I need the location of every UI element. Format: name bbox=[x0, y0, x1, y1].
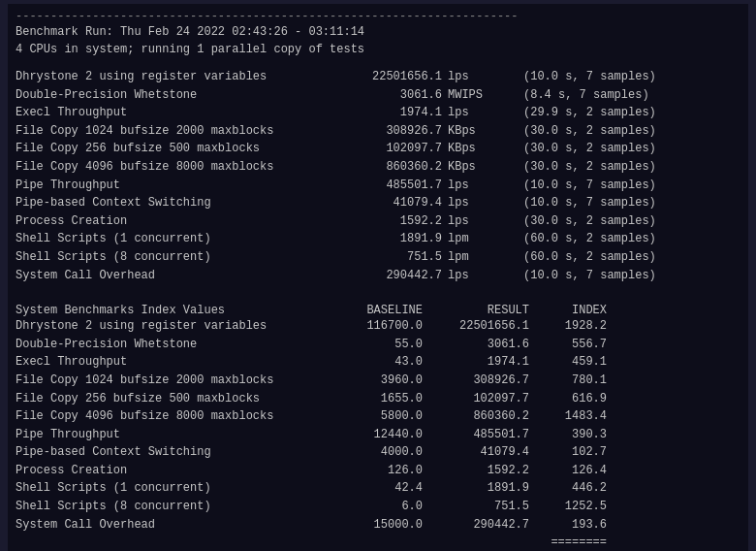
bench-row: Shell Scripts (1 concurrent) 1891.9 lpm … bbox=[16, 230, 740, 248]
bench-extra: (30.0 s, 2 samples) bbox=[520, 212, 656, 231]
index-row: File Copy 4096 bufsize 8000 maxblocks 58… bbox=[16, 407, 740, 426]
header-line1: Benchmark Run: Thu Feb 24 2022 02:43:26 … bbox=[16, 23, 740, 41]
idx-row-baseline: 5800.0 bbox=[326, 407, 423, 426]
bench-name: System Call Overhead bbox=[16, 267, 326, 285]
bench-row: Process Creation 1592.2 lps (30.0 s, 2 s… bbox=[16, 212, 740, 231]
bench-value: 1592.2 bbox=[326, 212, 442, 231]
bench-value: 1891.9 bbox=[326, 230, 442, 248]
bench-name: Process Creation bbox=[16, 212, 326, 231]
bench-unit: lps bbox=[442, 104, 520, 122]
index-row: File Copy 1024 bufsize 2000 maxblocks 39… bbox=[16, 372, 740, 390]
idx-row-index: 1252.5 bbox=[529, 498, 607, 516]
bench-extra: (60.0 s, 2 samples) bbox=[520, 248, 656, 267]
bench-unit: KBps bbox=[442, 122, 520, 141]
bench-row: Double-Precision Whetstone 3061.6 MWIPS … bbox=[16, 86, 740, 105]
bench-extra: (8.4 s, 7 samples) bbox=[520, 86, 649, 105]
index-row: System Call Overhead 15000.0 290442.7 19… bbox=[16, 516, 740, 535]
bench-extra: (60.0 s, 2 samples) bbox=[520, 230, 656, 248]
idx-row-result: 41079.4 bbox=[423, 443, 529, 462]
bench-name: File Copy 1024 bufsize 2000 maxblocks bbox=[16, 122, 326, 141]
bench-row: File Copy 1024 bufsize 2000 maxblocks 30… bbox=[16, 122, 740, 141]
equals-row: ======== bbox=[16, 534, 740, 551]
bench-name: File Copy 256 bufsize 500 maxblocks bbox=[16, 140, 326, 158]
index-row: Pipe-based Context Switching 4000.0 4107… bbox=[16, 443, 740, 462]
idx-row-result: 1592.2 bbox=[423, 462, 529, 480]
bench-unit: lps bbox=[442, 177, 520, 195]
idx-row-index: 193.6 bbox=[529, 516, 607, 535]
idx-row-name: Execl Throughput bbox=[16, 353, 326, 372]
bench-extra: (30.0 s, 2 samples) bbox=[520, 122, 656, 141]
index-row: Execl Throughput 43.0 1974.1 459.1 bbox=[16, 353, 740, 372]
idx-col-baseline: BASELINE bbox=[326, 304, 423, 317]
bench-row: Dhrystone 2 using register variables 225… bbox=[16, 68, 740, 86]
bench-extra: (29.9 s, 2 samples) bbox=[520, 104, 656, 122]
idx-row-baseline: 42.4 bbox=[326, 479, 423, 498]
bench-row: File Copy 256 bufsize 500 maxblocks 1020… bbox=[16, 140, 740, 158]
bench-row: Pipe-based Context Switching 41079.4 lps… bbox=[16, 194, 740, 212]
bench-value: 102097.7 bbox=[326, 140, 442, 158]
bench-unit: lpm bbox=[442, 248, 520, 267]
idx-row-baseline: 43.0 bbox=[326, 353, 423, 372]
bench-row: System Call Overhead 290442.7 lps (10.0 … bbox=[16, 267, 740, 285]
idx-row-result: 290442.7 bbox=[423, 516, 529, 535]
idx-row-name: File Copy 1024 bufsize 2000 maxblocks bbox=[16, 372, 326, 390]
index-row: Pipe Throughput 12440.0 485501.7 390.3 bbox=[16, 426, 740, 444]
idx-row-index: 1483.4 bbox=[529, 407, 607, 426]
idx-row-index: 556.7 bbox=[529, 336, 607, 354]
bench-row: File Copy 4096 bufsize 8000 maxblocks 86… bbox=[16, 158, 740, 177]
bench-name: Shell Scripts (8 concurrent) bbox=[16, 248, 326, 267]
equals-line: ======== bbox=[529, 534, 607, 551]
bench-row: Pipe Throughput 485501.7 lps (10.0 s, 7 … bbox=[16, 177, 740, 195]
idx-row-index: 390.3 bbox=[529, 426, 607, 444]
bench-extra: (30.0 s, 2 samples) bbox=[520, 158, 656, 177]
index-row: Dhrystone 2 using register variables 116… bbox=[16, 317, 740, 336]
idx-col-result: RESULT bbox=[423, 304, 529, 317]
idx-row-baseline: 12440.0 bbox=[326, 426, 423, 444]
bench-name: Pipe Throughput bbox=[16, 177, 326, 195]
bench-row: Execl Throughput 1974.1 lps (29.9 s, 2 s… bbox=[16, 104, 740, 122]
idx-row-baseline: 4000.0 bbox=[326, 443, 423, 462]
bench-value: 3061.6 bbox=[326, 86, 442, 105]
index-row: File Copy 256 bufsize 500 maxblocks 1655… bbox=[16, 390, 740, 408]
bench-value: 860360.2 bbox=[326, 158, 442, 177]
bench-value: 290442.7 bbox=[326, 267, 442, 285]
idx-row-name: File Copy 256 bufsize 500 maxblocks bbox=[16, 390, 326, 408]
idx-row-result: 751.5 bbox=[423, 498, 529, 516]
idx-row-baseline: 55.0 bbox=[326, 336, 423, 354]
bench-name: File Copy 4096 bufsize 8000 maxblocks bbox=[16, 158, 326, 177]
bench-value: 41079.4 bbox=[326, 194, 442, 212]
bench-unit: MWIPS bbox=[442, 86, 520, 105]
idx-row-result: 3061.6 bbox=[423, 336, 529, 354]
bench-unit: lps bbox=[442, 194, 520, 212]
index-row: Double-Precision Whetstone 55.0 3061.6 5… bbox=[16, 336, 740, 354]
bench-value: 308926.7 bbox=[326, 122, 442, 141]
bench-row: Shell Scripts (8 concurrent) 751.5 lpm (… bbox=[16, 248, 740, 267]
idx-row-name: Dhrystone 2 using register variables bbox=[16, 317, 326, 336]
index-row: Process Creation 126.0 1592.2 126.4 bbox=[16, 462, 740, 480]
idx-row-baseline: 15000.0 bbox=[326, 516, 423, 535]
idx-col-index: INDEX bbox=[529, 304, 607, 317]
idx-row-name: Double-Precision Whetstone bbox=[16, 336, 326, 354]
idx-row-result: 1891.9 bbox=[423, 479, 529, 498]
bench-extra: (10.0 s, 7 samples) bbox=[520, 68, 656, 86]
idx-row-index: 616.9 bbox=[529, 390, 607, 408]
header-line2: 4 CPUs in system; running 1 parallel cop… bbox=[16, 41, 740, 58]
bench-value: 22501656.1 bbox=[326, 68, 442, 86]
bench-name: Execl Throughput bbox=[16, 104, 326, 122]
idx-row-baseline: 116700.0 bbox=[326, 317, 423, 336]
bench-extra: (30.0 s, 2 samples) bbox=[520, 140, 656, 158]
idx-row-name: Shell Scripts (1 concurrent) bbox=[16, 479, 326, 498]
bench-unit: lps bbox=[442, 267, 520, 285]
idx-row-index: 459.1 bbox=[529, 353, 607, 372]
idx-row-index: 446.2 bbox=[529, 479, 607, 498]
bench-unit: lps bbox=[442, 68, 520, 86]
idx-row-name: Shell Scripts (8 concurrent) bbox=[16, 498, 326, 516]
bench-unit: lps bbox=[442, 212, 520, 231]
idx-row-baseline: 3960.0 bbox=[326, 372, 423, 390]
bench-name: Dhrystone 2 using register variables bbox=[16, 68, 326, 86]
terminal-window: { "divider_top": "----------------------… bbox=[8, 4, 748, 551]
idx-row-result: 860360.2 bbox=[423, 407, 529, 426]
idx-row-name: File Copy 4096 bufsize 8000 maxblocks bbox=[16, 407, 326, 426]
idx-row-result: 485501.7 bbox=[423, 426, 529, 444]
bench-value: 485501.7 bbox=[326, 177, 442, 195]
